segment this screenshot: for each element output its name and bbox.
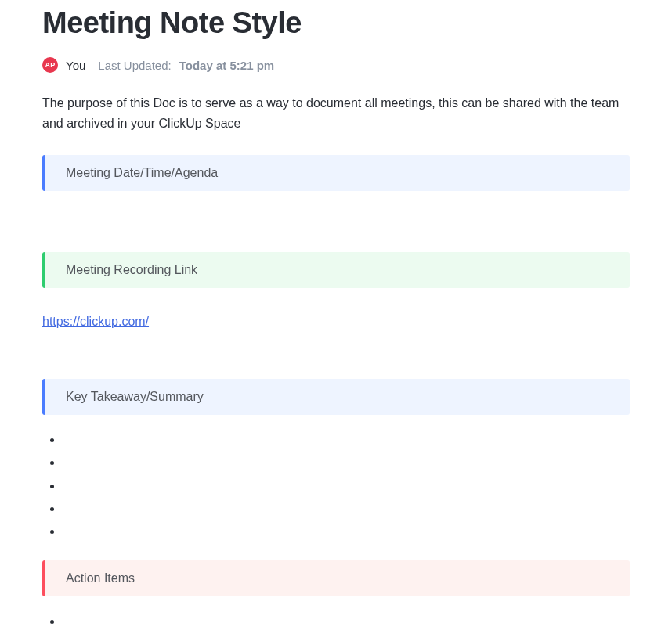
callout-agenda[interactable]: Meeting Date/Time/Agenda xyxy=(42,155,630,191)
callout-action[interactable]: Action Items xyxy=(42,560,630,596)
author-name[interactable]: You xyxy=(66,59,85,72)
page-title[interactable]: Meeting Note Style xyxy=(42,6,630,40)
list-item[interactable] xyxy=(63,614,630,627)
list-item[interactable] xyxy=(63,478,630,493)
takeaway-list[interactable] xyxy=(42,432,630,539)
updated-label: Last Updated: xyxy=(98,59,171,72)
author-avatar[interactable]: AP xyxy=(42,57,58,73)
list-item[interactable] xyxy=(63,501,630,516)
recording-link[interactable]: https://clickup.com/ xyxy=(42,315,149,329)
list-item[interactable] xyxy=(63,524,630,539)
updated-value: Today at 5:21 pm xyxy=(179,59,274,72)
callout-recording[interactable]: Meeting Recording Link xyxy=(42,252,630,288)
action-list[interactable] xyxy=(42,614,630,627)
list-item[interactable] xyxy=(63,455,630,470)
intro-paragraph[interactable]: The purpose of this Doc is to serve as a… xyxy=(42,93,630,133)
list-item[interactable] xyxy=(63,432,630,447)
callout-takeaway[interactable]: Key Takeaway/Summary xyxy=(42,379,630,415)
meta-row: AP You Last Updated: Today at 5:21 pm xyxy=(42,57,630,73)
